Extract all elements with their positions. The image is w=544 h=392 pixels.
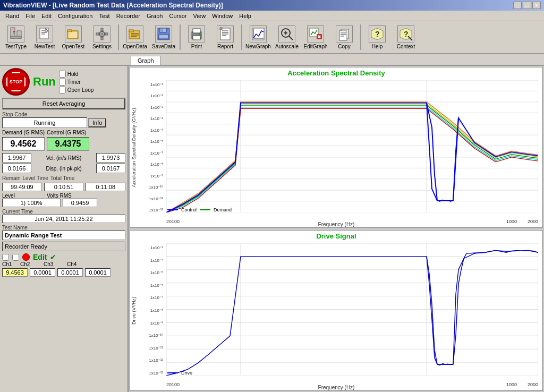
menu-window[interactable]: Window	[209, 12, 236, 20]
ch1-value	[2, 268, 28, 277]
context-button[interactable]: ? Context	[392, 22, 420, 52]
testtype-label: TestType	[5, 44, 27, 49]
testtype-icon: T	[7, 25, 24, 42]
bottom-x-label: Frequency (Hz)	[318, 385, 355, 390]
top-chart: Acceleration Spectral Density Accelerati…	[130, 67, 543, 228]
demand-label: Demand (G RMS)	[2, 130, 45, 135]
opentest-button[interactable]: OpenTest	[60, 22, 87, 52]
svg-rect-19	[129, 30, 133, 32]
title-bar-text: VibrationVIEW - [Live Random Test Data (…	[3, 2, 223, 9]
disp-row: Disp. (in pk-pk)	[2, 164, 125, 173]
openloop-checkbox[interactable]	[59, 87, 66, 93]
settings-icon	[94, 25, 110, 42]
volts-rms-value	[63, 199, 97, 207]
channel-values-row	[2, 268, 125, 277]
svg-rect-29	[193, 36, 200, 40]
ch2-value	[30, 268, 55, 277]
menu-test[interactable]: Test	[96, 12, 113, 20]
stop-button[interactable]: STOP	[2, 68, 30, 96]
newtest-button[interactable]: NewTest	[31, 22, 58, 52]
menu-graph[interactable]: Graph	[143, 12, 166, 20]
editgraph-button[interactable]: EditGraph	[302, 22, 329, 52]
menu-cursor[interactable]: Cursor	[166, 12, 190, 20]
savedata-icon	[155, 25, 172, 42]
savedata-button[interactable]: SaveData	[150, 22, 177, 52]
print-button[interactable]: Print	[183, 22, 210, 52]
hold-checkbox[interactable]	[59, 71, 66, 78]
copy-button[interactable]: Copy	[330, 22, 358, 52]
help-button[interactable]: ? Help	[363, 22, 391, 52]
top-x-label: Frequency (Hz)	[318, 221, 355, 227]
disp-value1	[2, 164, 31, 173]
graph-tab[interactable]: Graph	[131, 56, 161, 65]
minimize-button[interactable]: _	[513, 2, 522, 9]
bottom-y-axis-label: Drive (V²/Hz)	[131, 297, 137, 325]
disp-value2	[96, 164, 125, 173]
menu-configuration[interactable]: Configuration	[55, 12, 96, 20]
newtest-label: NewTest	[35, 44, 55, 49]
stop-code-input[interactable]	[2, 117, 87, 128]
svg-line-41	[289, 36, 293, 40]
run-button[interactable]: Run	[33, 75, 56, 89]
top-chart-title: Acceleration Spectral Density	[130, 67, 542, 79]
checkmark-icon: ✔	[50, 253, 56, 261]
help-icon: ?	[369, 25, 386, 42]
demand-control-labels: Demand (G RMS) Control (G RMS)	[2, 130, 125, 135]
ch1-label: Ch1	[2, 261, 18, 267]
disp-label: Disp. (in pk-pk)	[33, 166, 94, 172]
control-label: Control (G RMS)	[47, 130, 89, 135]
reset-averaging-button[interactable]: Reset Averaging	[2, 98, 125, 109]
menu-view[interactable]: View	[190, 12, 209, 20]
svg-text:?: ?	[375, 30, 380, 38]
top-chart-legend: Control Demand	[167, 207, 232, 212]
right-panel: Acceleration Spectral Density Accelerati…	[129, 66, 544, 392]
timer-checkbox[interactable]	[59, 79, 66, 86]
svg-rect-25	[159, 35, 168, 39]
toolbar-separator-4	[360, 24, 361, 50]
main-content: STOP Run Hold Timer Open Loop	[0, 66, 544, 392]
svg-rect-2	[11, 36, 21, 38]
opendata-label: OpenData	[123, 44, 147, 49]
opendata-button[interactable]: OpenData	[121, 22, 149, 52]
ch1-record-checkbox[interactable]	[2, 254, 9, 261]
menu-file[interactable]: File	[22, 12, 38, 20]
vel-value1	[2, 153, 31, 163]
remain-value	[2, 183, 42, 191]
testtype-button[interactable]: T TestType	[2, 22, 30, 52]
ch2-record-checkbox[interactable]	[12, 254, 19, 261]
openloop-checkbox-row: Open Loop	[59, 87, 94, 93]
menu-recorder[interactable]: Recorder	[113, 12, 143, 20]
toolbar-separator-2	[180, 24, 181, 50]
svg-rect-58	[166, 80, 538, 212]
close-button[interactable]: ×	[532, 2, 541, 9]
ch2-label: Ch2	[20, 261, 36, 267]
top-y-axis-label: Acceleration Spectral Density (G²/Hz)	[131, 108, 137, 188]
newgraph-button[interactable]: NewGraph	[244, 22, 272, 52]
info-button[interactable]: Info	[88, 118, 106, 127]
context-icon: ?	[397, 25, 414, 42]
record-dot	[22, 253, 30, 261]
autoscale-button[interactable]: Autoscale	[273, 22, 301, 52]
svg-rect-17	[105, 33, 108, 35]
bottom-y-ticks: 1x10⁻³ 1x10⁻⁴ 1x10⁻⁵ 1x10⁻⁶ 1x10⁻⁷ 1x10⁻…	[144, 245, 163, 376]
settings-label: Settings	[92, 44, 112, 49]
level-volts-values	[2, 199, 125, 207]
settings-button[interactable]: Settings	[88, 22, 116, 52]
vel-value2	[96, 153, 125, 163]
test-name-value: Dynamic Range Test	[2, 231, 125, 240]
top-y-ticks: 1x10⁻¹ 1x10⁻² 1x10⁻³ 1x10⁻⁴ 1x10⁻⁵ 1x10⁻…	[144, 82, 163, 212]
menu-rand[interactable]: Rand	[2, 12, 22, 20]
editgraph-icon	[307, 25, 324, 42]
toolbar-separator-3	[241, 24, 242, 50]
remain-label: Remain	[2, 175, 20, 181]
menu-edit[interactable]: Edit	[38, 12, 55, 20]
stop-code-label: Stop Code	[2, 112, 125, 117]
menu-help[interactable]: Help	[236, 12, 254, 20]
stop-icon: STOP	[6, 72, 26, 91]
report-button[interactable]: Report	[211, 22, 239, 52]
maximize-button[interactable]: □	[523, 2, 531, 9]
edit-button[interactable]: Edit	[33, 253, 47, 261]
newgraph-icon	[250, 25, 267, 42]
autoscale-label: Autoscale	[275, 44, 299, 49]
help-label: Help	[372, 44, 383, 49]
